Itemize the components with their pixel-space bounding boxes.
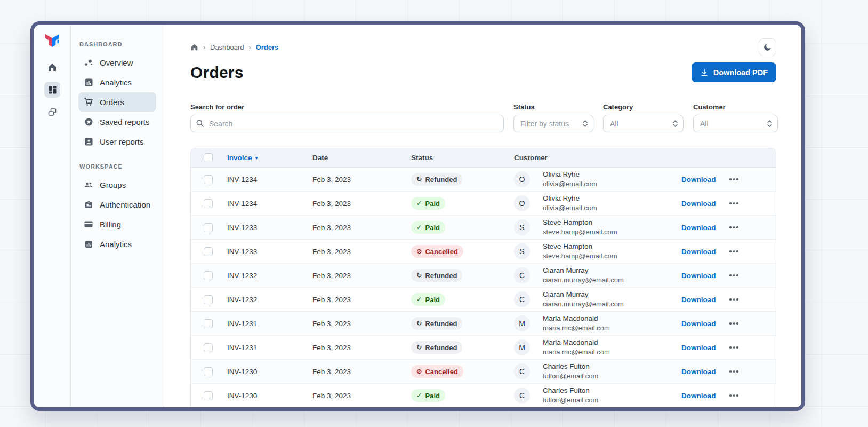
orders-table: Invoice ▾ Date Status Customer INV-1234 … <box>190 148 776 407</box>
row-checkbox[interactable] <box>204 223 213 232</box>
row-checkbox[interactable] <box>204 343 213 352</box>
download-link[interactable]: Download <box>681 296 716 304</box>
row-menu-button[interactable] <box>728 391 740 400</box>
column-header-status[interactable]: Status <box>411 154 514 162</box>
download-link[interactable]: Download <box>681 248 716 256</box>
avatar: O <box>514 171 530 187</box>
row-menu-button[interactable] <box>728 175 740 184</box>
row-checkbox[interactable] <box>204 367 213 376</box>
theme-toggle-button[interactable] <box>759 38 776 56</box>
window-scrollbar[interactable] <box>802 31 804 41</box>
customer-email: fulton@email.com <box>543 371 681 381</box>
date-cell: Feb 3, 2023 <box>312 224 411 232</box>
invoice-cell: INV-1231 <box>227 320 312 328</box>
column-header-invoice[interactable]: Invoice ▾ <box>227 154 312 162</box>
column-header-date[interactable]: Date <box>312 154 411 162</box>
status-filter-select[interactable]: Filter by status <box>513 115 593 132</box>
row-checkbox[interactable] <box>204 295 213 304</box>
status-icon: ✓ <box>416 200 422 207</box>
row-menu-button[interactable] <box>728 319 740 328</box>
sidebar-item-overview[interactable]: Overview <box>78 53 156 72</box>
date-cell: Feb 3, 2023 <box>312 272 411 280</box>
table-header-row: Invoice ▾ Date Status Customer <box>191 148 776 168</box>
sidebar-item-groups[interactable]: Groups <box>78 175 156 194</box>
row-checkbox[interactable] <box>204 175 213 184</box>
customer-name: Steve Hampton <box>543 242 681 251</box>
customer-email: olivia@email.com <box>543 203 681 213</box>
sidebar-item-orders[interactable]: Orders <box>78 92 156 112</box>
main-content: › Dashboard › Orders Orders Download PDF… <box>164 25 801 407</box>
dashboard-grid-icon <box>48 85 57 94</box>
row-checkbox[interactable] <box>204 271 213 280</box>
app-window: DASHBOARD Overview Analytics Orders <box>30 21 805 411</box>
person-badge-icon <box>84 137 93 146</box>
row-menu-button[interactable] <box>728 343 740 352</box>
chevron-up-down-icon <box>582 120 588 128</box>
row-checkbox[interactable] <box>204 247 213 256</box>
date-cell: Feb 3, 2023 <box>312 344 411 352</box>
sidebar-item-saved-reports[interactable]: Saved reports <box>78 112 156 131</box>
sidebar-item-billing[interactable]: Billing <box>78 215 156 234</box>
rail-dashboard-button[interactable] <box>44 82 60 98</box>
table-body: INV-1234 Feb 3, 2023 ↻ Refunded O Olivia… <box>191 168 776 407</box>
sidebar-item-label: Billing <box>100 220 121 229</box>
customer-name: Olivia Ryhe <box>543 194 681 203</box>
row-checkbox[interactable] <box>204 319 213 328</box>
row-menu-button[interactable] <box>728 199 740 208</box>
date-cell: Feb 3, 2023 <box>312 320 411 328</box>
sidebar-item-workspace-analytics[interactable]: Analytics <box>78 234 156 254</box>
rail-home-button[interactable] <box>44 59 60 75</box>
breadcrumb-dashboard[interactable]: Dashboard <box>210 43 244 51</box>
download-link[interactable]: Download <box>681 224 716 232</box>
status-icon: ⊘ <box>416 248 422 255</box>
customer-filter-select[interactable]: All <box>693 115 778 132</box>
download-link[interactable]: Download <box>681 392 716 400</box>
search-input[interactable] <box>190 115 504 132</box>
download-link[interactable]: Download <box>681 320 716 328</box>
status-icon: ✓ <box>416 296 422 303</box>
sidebar-item-user-reports[interactable]: User reports <box>78 132 156 151</box>
sidebar-item-analytics[interactable]: Analytics <box>78 73 156 92</box>
sidebar-section-workspace: WORKSPACE <box>79 163 156 170</box>
row-menu-button[interactable] <box>728 223 740 232</box>
mui-logo-icon <box>44 34 60 48</box>
invoice-cell: INV-1233 <box>227 224 312 232</box>
row-checkbox[interactable] <box>204 391 213 400</box>
table-row: INV-1234 Feb 3, 2023 ✓ Paid O Olivia Ryh… <box>191 192 776 216</box>
category-filter-select[interactable]: All <box>603 115 684 132</box>
status-filter-label: Status <box>513 103 593 111</box>
sidebar-item-label: Analytics <box>100 78 132 87</box>
chevron-right-icon: › <box>249 44 251 51</box>
row-menu-button[interactable] <box>728 295 740 304</box>
customer-name: Olivia Ryhe <box>543 170 681 179</box>
chevron-right-icon: › <box>203 44 205 51</box>
customer-email: maria.mc@email.com <box>543 347 681 357</box>
download-link[interactable]: Download <box>681 200 716 208</box>
invoice-cell: INV-1231 <box>227 344 312 352</box>
category-filter-label: Category <box>603 103 684 111</box>
avatar: S <box>514 243 530 259</box>
invoice-cell: INV-1230 <box>227 368 312 376</box>
download-link[interactable]: Download <box>681 344 716 352</box>
select-all-checkbox[interactable] <box>204 153 213 162</box>
invoice-cell: INV-1233 <box>227 248 312 256</box>
sidebar-item-authentication[interactable]: Authentication <box>78 195 156 214</box>
rail-pages-button[interactable] <box>44 104 60 120</box>
download-link[interactable]: Download <box>681 176 716 184</box>
row-menu-button[interactable] <box>728 367 740 376</box>
table-row: INV-1233 Feb 3, 2023 ✓ Paid S Steve Hamp… <box>191 216 776 240</box>
row-menu-button[interactable] <box>728 271 740 280</box>
sidebar-section-dashboard: DASHBOARD <box>79 41 156 48</box>
download-link[interactable]: Download <box>681 272 716 280</box>
sidebar-item-label: Analytics <box>100 240 132 249</box>
avatar: O <box>514 195 530 211</box>
row-menu-button[interactable] <box>728 247 740 256</box>
home-icon[interactable] <box>190 43 198 51</box>
column-header-customer[interactable]: Customer <box>514 154 728 162</box>
status-badge: ⊘ Cancelled <box>411 365 463 378</box>
download-pdf-button[interactable]: Download PDF <box>692 62 776 82</box>
invoice-cell: INV-1232 <box>227 272 312 280</box>
row-checkbox[interactable] <box>204 199 213 208</box>
customer-name: Maria Macdonald <box>543 314 681 323</box>
download-link[interactable]: Download <box>681 368 716 376</box>
